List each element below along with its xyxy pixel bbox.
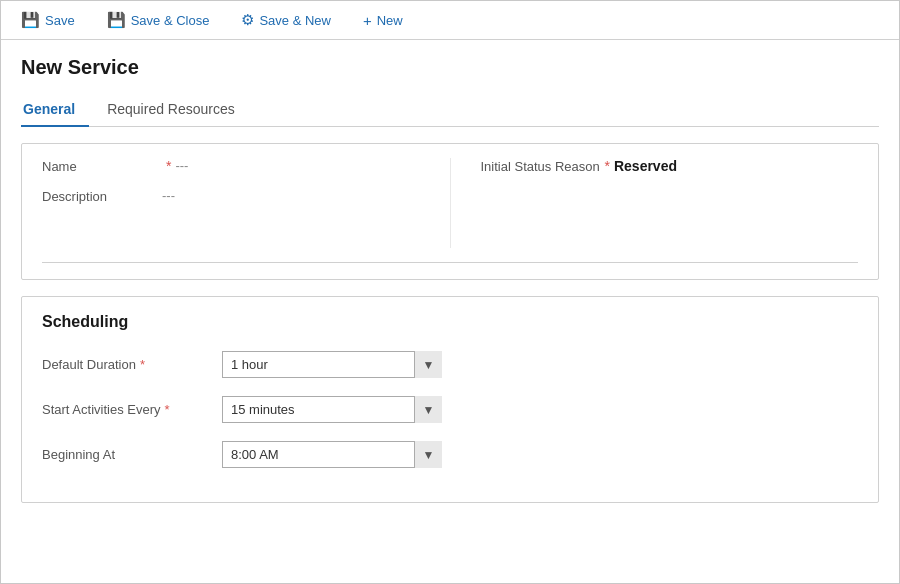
save-close-button[interactable]: 💾 Save & Close [101, 7, 216, 33]
initial-status-reason-label: Initial Status Reason [481, 158, 601, 174]
save-close-icon: 💾 [107, 11, 126, 29]
tab-required-resources[interactable]: Required Resources [105, 93, 249, 127]
save-new-button[interactable]: ⚙ Save & New [235, 7, 337, 33]
new-button[interactable]: + New [357, 8, 409, 33]
beginning-at-select[interactable]: 12:00 AM 6:00 AM 7:00 AM 8:00 AM 9:00 AM… [222, 441, 442, 468]
save-new-label: Save & New [259, 13, 331, 28]
save-icon: 💾 [21, 11, 40, 29]
new-label: New [377, 13, 403, 28]
start-activities-label: Start Activities Every* [42, 402, 222, 417]
scheduling-section: Scheduling Default Duration* 30 minutes … [21, 296, 879, 503]
start-activities-row: Start Activities Every* 5 minutes 10 min… [42, 396, 858, 423]
save-new-icon: ⚙ [241, 11, 254, 29]
default-duration-select[interactable]: 30 minutes 1 hour 2 hours 4 hours 8 hour… [222, 351, 442, 378]
name-required: * [166, 158, 171, 174]
right-column: Initial Status Reason * Reserved [450, 158, 859, 248]
description-value[interactable]: --- [162, 188, 175, 203]
default-duration-required: * [140, 357, 145, 372]
initial-status-reason-field: Initial Status Reason * Reserved [481, 158, 859, 174]
start-activities-select[interactable]: 5 minutes 10 minutes 15 minutes 30 minut… [222, 396, 442, 423]
initial-status-reason-value[interactable]: Reserved [614, 158, 677, 174]
description-field: Description --- [42, 188, 420, 204]
page-content: New Service General Required Resources N… [1, 40, 899, 583]
tab-bar: General Required Resources [21, 93, 879, 127]
save-close-label: Save & Close [131, 13, 210, 28]
name-label: Name [42, 158, 162, 174]
save-label: Save [45, 13, 75, 28]
page-title: New Service [21, 56, 879, 79]
name-value[interactable]: --- [175, 158, 188, 173]
description-label: Description [42, 188, 162, 204]
app-container: 💾 Save 💾 Save & Close ⚙ Save & New + New… [0, 0, 900, 584]
scheduling-title: Scheduling [42, 313, 858, 331]
left-column: Name * --- Description --- [42, 158, 450, 248]
default-duration-select-wrapper: 30 minutes 1 hour 2 hours 4 hours 8 hour… [222, 351, 442, 378]
general-section-card: Name * --- Description --- Initial Statu… [21, 143, 879, 280]
initial-status-reason-required: * [605, 158, 610, 174]
default-duration-label: Default Duration* [42, 357, 222, 372]
beginning-at-label: Beginning At [42, 447, 222, 462]
spacer [42, 218, 420, 248]
toolbar: 💾 Save 💾 Save & Close ⚙ Save & New + New [1, 1, 899, 40]
start-activities-select-wrapper: 5 minutes 10 minutes 15 minutes 30 minut… [222, 396, 442, 423]
beginning-at-select-wrapper: 12:00 AM 6:00 AM 7:00 AM 8:00 AM 9:00 AM… [222, 441, 442, 468]
bottom-spacer [22, 263, 878, 279]
tab-general[interactable]: General [21, 93, 89, 127]
start-activities-required: * [164, 402, 169, 417]
save-button[interactable]: 💾 Save [15, 7, 81, 33]
beginning-at-row: Beginning At 12:00 AM 6:00 AM 7:00 AM 8:… [42, 441, 858, 468]
name-field: Name * --- [42, 158, 420, 174]
default-duration-row: Default Duration* 30 minutes 1 hour 2 ho… [42, 351, 858, 378]
new-icon: + [363, 12, 372, 29]
top-fields: Name * --- Description --- Initial Statu… [22, 144, 878, 262]
